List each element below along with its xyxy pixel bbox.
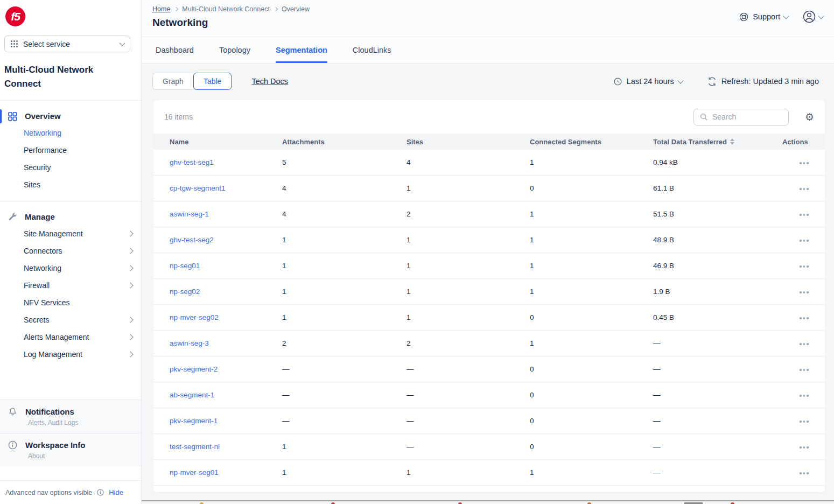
tab-topology[interactable]: Topology xyxy=(219,37,250,63)
connected-segments-cell: 0 xyxy=(530,443,653,451)
chevron-down-icon xyxy=(818,13,824,19)
row-actions-button[interactable] xyxy=(797,185,811,193)
segment-name-link[interactable]: pkv-segment-1 xyxy=(170,417,218,425)
sites-cell: 1 xyxy=(407,313,530,321)
sidebar-item-label: Log Management xyxy=(24,350,128,359)
connected-segments-cell: 0 xyxy=(530,184,653,192)
sidebar-item-security[interactable]: Security xyxy=(0,159,141,176)
table-header-row: Name Attachments Sites Connected Segment… xyxy=(153,134,825,150)
row-actions-button[interactable] xyxy=(797,391,811,400)
table-settings-gear-icon[interactable]: ⚙ xyxy=(805,112,814,122)
total-data-cell: 0.45 B xyxy=(653,313,782,321)
row-actions-button[interactable] xyxy=(797,469,811,478)
f5-logo[interactable]: f5 xyxy=(5,6,25,26)
tab-dashboard[interactable]: Dashboard xyxy=(156,37,194,63)
attachments-cell: 1 xyxy=(282,262,407,270)
segment-name-link[interactable]: np-mver-seg02 xyxy=(170,313,219,321)
sidebar-item-label: Sites xyxy=(24,180,132,189)
sidebar: f5 Select service Multi-Cloud Network Co… xyxy=(0,0,142,504)
nav-overview-header[interactable]: Overview xyxy=(0,108,141,124)
total-data-cell: — xyxy=(653,468,782,477)
sidebar-item-performance[interactable]: Performance xyxy=(0,142,141,159)
sites-cell: 1 xyxy=(407,288,530,296)
chevron-right-icon xyxy=(127,230,133,236)
chevron-down-icon xyxy=(677,78,683,83)
tech-docs-link[interactable]: Tech Docs xyxy=(251,77,288,86)
chevron-right-icon xyxy=(127,317,133,323)
breadcrumb-mcnc-link[interactable]: Multi-Cloud Network Connect xyxy=(182,5,270,13)
support-menu-button[interactable]: Support xyxy=(739,12,788,22)
segment-name-link[interactable]: aswin-seg-1 xyxy=(170,210,209,218)
chevron-right-icon xyxy=(274,6,278,11)
workspace-info-sublabel: About xyxy=(28,452,134,460)
segment-name-link[interactable]: aswin-seg-3 xyxy=(170,339,209,347)
account-menu-button[interactable] xyxy=(802,10,823,24)
table-body: ghv-test-seg1 5 4 1 0.94 kB cp-tgw-segme… xyxy=(153,150,825,492)
row-actions-button[interactable] xyxy=(797,159,811,167)
refresh-button[interactable]: Refresh: Updated 3 min ago xyxy=(707,77,819,86)
time-range-selector[interactable]: Last 24 hours xyxy=(613,77,683,86)
chevron-down-icon xyxy=(119,40,125,46)
segment-name-link[interactable]: ghv-test-seg2 xyxy=(170,236,214,244)
segment-name-link[interactable]: np-seg02 xyxy=(170,288,200,296)
breadcrumb-home-link[interactable]: Home xyxy=(152,5,170,13)
sort-icon[interactable] xyxy=(730,138,734,145)
sidebar-item-log-management[interactable]: Log Management xyxy=(0,346,141,363)
attachments-cell: — xyxy=(282,391,407,399)
sidebar-item-connectors[interactable]: Connectors xyxy=(0,242,141,260)
connected-segments-cell: 1 xyxy=(530,468,653,477)
segment-name-link[interactable]: pkv-segment-2 xyxy=(170,365,218,373)
row-actions-button[interactable] xyxy=(797,417,811,426)
sidebar-item-label: Networking xyxy=(24,129,132,137)
tab-segmentation[interactable]: Segmentation xyxy=(276,37,327,63)
row-actions-button[interactable] xyxy=(797,262,811,271)
sidebar-item-nfv-services[interactable]: NFV Services xyxy=(0,294,141,311)
main-content: Home Multi-Cloud Network Connect Overvie… xyxy=(142,0,834,504)
sidebar-item-site-management[interactable]: Site Management xyxy=(0,225,141,242)
connected-segments-cell: 1 xyxy=(530,288,653,296)
sidebar-item-secrets[interactable]: Secrets xyxy=(0,311,141,328)
time-range-value: Last 24 hours xyxy=(627,77,674,86)
row-actions-button[interactable] xyxy=(797,211,811,219)
sidebar-item-label: Site Management xyxy=(24,229,128,238)
service-selector[interactable]: Select service xyxy=(4,36,130,52)
table-view-button[interactable]: Table xyxy=(193,73,232,90)
total-data-cell: — xyxy=(653,417,782,425)
segment-name-link[interactable]: cp-tgw-segment1 xyxy=(170,184,226,192)
column-header-total-data[interactable]: Total Data Transferred xyxy=(653,138,782,146)
chevron-right-icon xyxy=(127,282,133,288)
total-data-cell: 0.94 kB xyxy=(653,158,782,166)
sidebar-item-networking[interactable]: Networking xyxy=(0,124,141,142)
sidebar-item-label: Security xyxy=(24,163,132,172)
row-actions-button[interactable] xyxy=(797,314,811,323)
sites-cell: — xyxy=(407,417,530,425)
sidebar-item-firewall[interactable]: Firewall xyxy=(0,277,141,294)
graph-view-button[interactable]: Graph xyxy=(152,73,193,90)
attachments-cell: 5 xyxy=(282,158,407,166)
section-label: Overview xyxy=(25,111,61,121)
table-toolbar: 16 items ⚙ xyxy=(153,100,825,134)
row-actions-button[interactable] xyxy=(797,236,811,245)
total-data-cell: 48.9 B xyxy=(653,236,782,244)
segment-name-link[interactable]: np-seg01 xyxy=(170,262,200,270)
tab-cloudlinks[interactable]: CloudLinks xyxy=(353,37,391,63)
search-input[interactable] xyxy=(712,113,777,121)
row-actions-button[interactable] xyxy=(797,340,811,348)
segment-name-link[interactable]: ghv-test-seg1 xyxy=(170,158,214,166)
nav-manage-header[interactable]: Manage xyxy=(0,209,141,225)
row-actions-button[interactable] xyxy=(797,443,811,452)
clock-icon xyxy=(613,77,622,86)
segment-name-link[interactable]: np-mver-seg01 xyxy=(170,468,219,477)
table-row: np-mver-seg01 1 1 1 — xyxy=(153,460,825,486)
sidebar-item-alerts-management[interactable]: Alerts Management xyxy=(0,328,141,346)
hide-advanced-nav-link[interactable]: Hide xyxy=(109,488,123,496)
segment-name-link[interactable]: ab-segment-1 xyxy=(170,391,214,399)
segment-name-link[interactable]: test-segment-ni xyxy=(170,443,220,451)
sidebar-item-networking-manage[interactable]: Networking xyxy=(0,260,141,277)
row-actions-button[interactable] xyxy=(797,288,811,297)
table-row: ghv-test-seg1 5 4 1 0.94 kB xyxy=(153,150,825,176)
row-actions-button[interactable] xyxy=(797,366,811,374)
sidebar-item-workspace-info[interactable]: Workspace Info About xyxy=(0,433,141,466)
sidebar-item-sites[interactable]: Sites xyxy=(0,176,141,193)
sidebar-item-notifications[interactable]: Notifications Alerts, Audit Logs xyxy=(0,400,141,433)
